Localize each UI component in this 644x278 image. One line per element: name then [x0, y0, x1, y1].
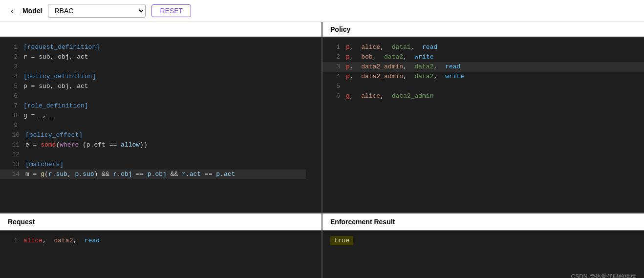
line-num: 10 — [8, 130, 20, 140]
line-num: 3 — [8, 62, 18, 72]
code-line-14: 14 m = g(r.sub, p.sub) && r.obj == p.obj… — [0, 170, 306, 179]
code-content: p = sub, obj, act — [23, 82, 88, 91]
back-icon: ‹ — [11, 6, 14, 16]
line-num: 4 — [330, 72, 340, 82]
policy-editor-panel: 1 p, alice, data1, read 2 p, bob, data2,… — [322, 38, 644, 213]
code-line-11: 11 e = some(where (p.eft == allow)) — [8, 140, 314, 150]
enforcement-title: Enforcement Result — [330, 218, 395, 226]
code-content: p, data2_admin, data2, write — [346, 72, 464, 82]
back-button[interactable]: ‹ — [8, 5, 17, 17]
line-num: 1 — [8, 43, 18, 52]
code-content: p, alice, data1, read — [346, 43, 437, 52]
policy-line-3: 3 p, data2_admin, data2, read — [322, 62, 644, 72]
model-editor-panel: 1 [request_definition] 2 r = sub, obj, a… — [0, 38, 322, 213]
code-content: [request_definition] — [23, 43, 100, 52]
code-line-2: 2 r = sub, obj, act — [8, 52, 314, 62]
reset-button[interactable]: RESET — [151, 4, 191, 17]
line-num: 3 — [330, 62, 340, 72]
policy-line-2: 2 p, bob, data2, write — [330, 52, 636, 62]
code-content: p, data2_admin, data2, read — [346, 62, 460, 72]
line-num: 1 — [330, 43, 340, 52]
code-content: alice, data2, read — [23, 236, 100, 246]
code-content: e = some(where (p.eft == allow)) — [25, 140, 148, 150]
code-line-3: 3 — [8, 62, 314, 72]
line-num: 6 — [8, 91, 18, 101]
code-line-1: 1 [request_definition] — [8, 43, 314, 52]
code-line-10: 10 [policy_effect] — [8, 130, 314, 140]
line-num: 7 — [8, 101, 18, 111]
enforcement-result: true — [330, 236, 353, 245]
line-num: 4 — [8, 72, 18, 82]
policy-line-5: 5 — [330, 82, 636, 91]
footer-credit: CSDN @热爱代码的猿猿 — [571, 273, 636, 278]
code-line-13: 13 [matchers] — [8, 160, 314, 170]
line-num: 2 — [8, 52, 18, 62]
code-line-6: 6 — [8, 91, 314, 101]
code-line-4: 4 [policy_definition] — [8, 72, 314, 82]
code-content: p, bob, data2, write — [346, 52, 433, 62]
line-num: 1 — [8, 236, 18, 246]
policy-line-1: 1 p, alice, data1, read — [330, 43, 636, 52]
request-title: Request — [8, 218, 35, 226]
code-line-8: 8 g = _, _ — [8, 111, 314, 121]
request-panel: 1 alice, data2, read — [0, 231, 322, 278]
line-num: 9 — [8, 121, 18, 130]
line-num: 5 — [8, 82, 18, 91]
line-num: 14 — [8, 170, 20, 179]
code-content: [policy_definition] — [23, 72, 96, 82]
code-content: [policy_effect] — [25, 130, 83, 140]
policy-line-6: 6 g, alice, data2_admin — [330, 91, 636, 101]
model-label: Model — [22, 7, 42, 15]
line-num: 6 — [330, 91, 340, 101]
code-content: g = _, _ — [23, 111, 54, 121]
code-content: r = sub, obj, act — [23, 52, 88, 62]
line-num: 11 — [8, 140, 20, 150]
enforcement-panel: true CSDN @热爱代码的猿猿 — [322, 231, 644, 278]
line-num: 5 — [330, 82, 340, 91]
policy-line-4: 4 p, data2_admin, data2, write — [330, 72, 636, 82]
policy-title: Policy — [330, 25, 350, 33]
model-select[interactable]: RBAC ACL ABAC RESTful — [48, 4, 146, 18]
line-num: 2 — [330, 52, 340, 62]
code-content: g, alice, data2_admin — [346, 91, 433, 101]
line-num: 12 — [8, 150, 20, 160]
line-num: 13 — [8, 160, 20, 170]
code-line-12: 12 — [8, 150, 314, 160]
code-content: m = g(r.sub, p.sub) && r.obj == p.obj &&… — [25, 170, 235, 179]
request-line-1: 1 alice, data2, read — [8, 236, 314, 246]
code-content: [matchers] — [25, 160, 64, 170]
code-line-5: 5 p = sub, obj, act — [8, 82, 314, 91]
code-line-7: 7 [role_definition] — [8, 101, 314, 111]
code-content: [role_definition] — [23, 101, 88, 111]
code-line-9: 9 — [8, 121, 314, 130]
line-num: 8 — [8, 111, 18, 121]
